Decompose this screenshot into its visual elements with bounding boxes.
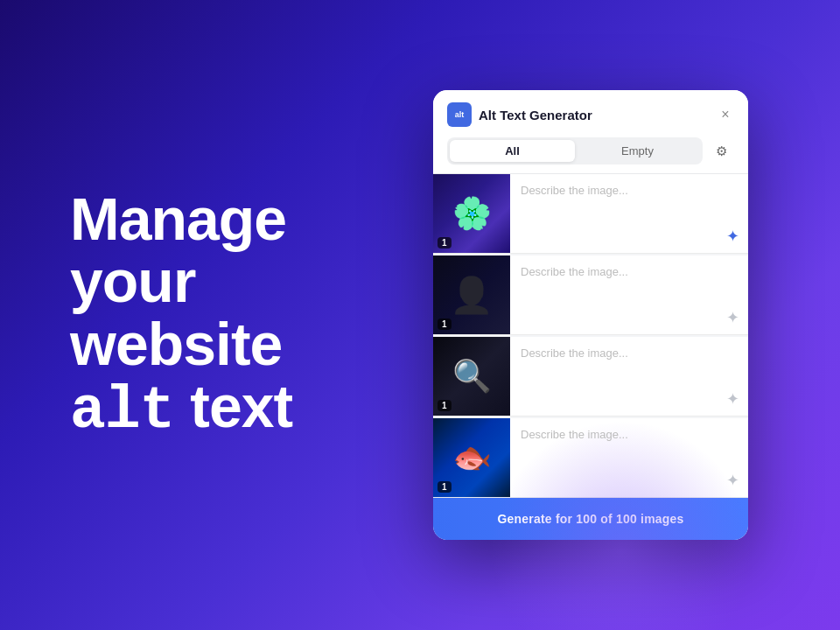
image-input-wrap-3: ✦ — [510, 337, 748, 416]
alt-badge-label: alt — [455, 110, 465, 119]
tab-all[interactable]: All — [450, 140, 575, 162]
settings-icon: ⚙ — [716, 144, 727, 159]
image-list: 1 ✦ 1 ✦ — [433, 174, 748, 498]
generate-icon-4[interactable]: ✦ — [726, 471, 739, 490]
image-item-4: 1 ✦ — [433, 418, 748, 498]
image-thumb-1: 1 — [433, 174, 510, 253]
generate-icon-2[interactable]: ✦ — [726, 308, 739, 327]
panel-title-row: alt Alt Text Generator × — [447, 102, 734, 127]
image-thumb-3: 1 — [433, 337, 510, 416]
close-button[interactable]: × — [717, 106, 734, 123]
settings-button[interactable]: ⚙ — [708, 138, 734, 164]
panel-title: Alt Text Generator — [479, 108, 592, 122]
image-count-badge-1: 1 — [438, 237, 452, 248]
close-icon: × — [721, 107, 729, 122]
image-input-wrap-4: ✦ — [510, 418, 748, 497]
hero-line4-mono: alt — [70, 377, 174, 444]
panel-title-left: alt Alt Text Generator — [447, 102, 592, 127]
image-item-3: 1 ✦ — [433, 337, 748, 416]
image-item-2: 1 ✦ — [433, 256, 748, 335]
image-count-badge-2: 1 — [438, 318, 452, 330]
hero-section: Manage your website alt text — [0, 188, 368, 443]
image-thumb-4: 1 — [433, 418, 510, 497]
generate-button[interactable]: Generate for 100 of 100 images — [433, 498, 748, 540]
panel-wrapper: alt Alt Text Generator × All Empty — [368, 90, 840, 540]
image-count-badge-4: 1 — [438, 481, 452, 493]
image-item-1: 1 ✦ — [433, 174, 748, 254]
image-textarea-4[interactable] — [521, 427, 739, 488]
image-textarea-1[interactable] — [521, 183, 739, 244]
image-input-wrap-1: ✦ — [510, 174, 748, 253]
tabs-container: All Empty — [447, 137, 703, 164]
alt-text-generator-panel: alt Alt Text Generator × All Empty — [433, 90, 748, 540]
image-thumb-2: 1 — [433, 256, 510, 334]
image-textarea-2[interactable] — [521, 264, 739, 326]
hero-line2: your — [70, 248, 195, 314]
generate-icon-3[interactable]: ✦ — [726, 389, 739, 409]
hero-line4-rest: text — [174, 373, 292, 439]
image-count-badge-3: 1 — [438, 400, 452, 411]
hero-line1: Manage — [70, 186, 286, 252]
hero-line3: website — [70, 311, 282, 377]
panel-header: alt Alt Text Generator × All Empty — [433, 90, 748, 174]
image-textarea-3[interactable] — [521, 346, 739, 407]
generate-icon-1[interactable]: ✦ — [726, 227, 739, 246]
tab-empty[interactable]: Empty — [575, 140, 700, 162]
hero-heading: Manage your website alt text — [70, 188, 368, 443]
image-input-wrap-2: ✦ — [510, 256, 748, 334]
alt-badge: alt — [447, 102, 472, 127]
